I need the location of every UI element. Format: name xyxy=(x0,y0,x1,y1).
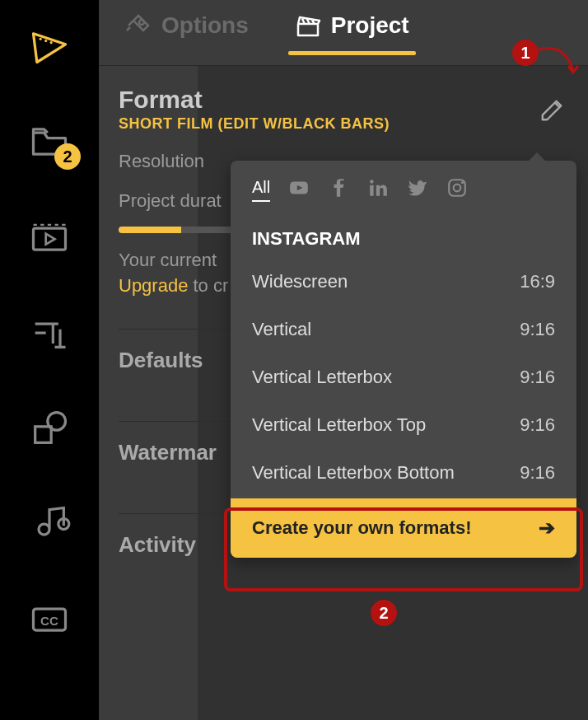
sidebar: 2 CC xyxy=(0,0,99,720)
format-name: Widescreen xyxy=(252,271,348,292)
svg-point-1 xyxy=(44,40,47,42)
format-name: Vertical Letterbox Top xyxy=(252,414,426,436)
svg-point-14 xyxy=(454,185,461,192)
shapes-icon xyxy=(28,407,71,450)
svg-point-12 xyxy=(370,180,373,183)
pencil-icon xyxy=(539,98,564,123)
nav-folder[interactable]: 2 xyxy=(25,117,74,166)
format-name: Vertical xyxy=(252,319,311,340)
format-title: Format xyxy=(119,86,390,114)
create-format-button[interactable]: Create your own formats! ➔ xyxy=(231,498,576,558)
info-prefix: Your current xyxy=(119,250,217,270)
svg-point-15 xyxy=(461,181,464,184)
logo-icon xyxy=(28,25,71,68)
upgrade-link[interactable]: Upgrade xyxy=(119,275,188,296)
youtube-icon xyxy=(288,177,310,199)
info-suffix: to cr xyxy=(188,275,228,296)
format-popover: All INSTAGRAM Widescreen16:9 Vertical9:1… xyxy=(231,161,576,558)
filter-twitter[interactable] xyxy=(407,177,428,202)
tab-options[interactable]: Options xyxy=(119,12,255,54)
captions-icon: CC xyxy=(28,598,71,641)
media-icon xyxy=(28,216,71,259)
instagram-icon xyxy=(446,177,468,199)
wrench-icon xyxy=(125,12,152,39)
callout-arrow-icon xyxy=(532,41,581,91)
nav-shapes[interactable] xyxy=(25,404,74,453)
format-ratio: 9:16 xyxy=(520,462,555,484)
create-format-label: Create your own formats! xyxy=(252,517,472,539)
filter-tabs: All xyxy=(231,177,576,215)
svg-point-0 xyxy=(40,38,42,40)
tab-project-label: Project xyxy=(331,12,409,39)
linkedin-icon xyxy=(367,177,389,199)
tab-options-label: Options xyxy=(161,12,249,39)
format-item[interactable]: Vertical Letterbox Bottom9:16 xyxy=(231,449,576,497)
svg-point-9 xyxy=(139,20,144,25)
format-name: Vertical Letterbox xyxy=(252,367,392,388)
twitter-icon xyxy=(407,177,428,199)
nav-music[interactable] xyxy=(25,499,74,549)
svg-rect-6 xyxy=(35,427,51,443)
format-ratio: 9:16 xyxy=(520,367,555,388)
folder-badge: 2 xyxy=(54,143,81,170)
format-subtitle: SHORT FILM (EDIT W/BLACK BARS) xyxy=(119,115,390,133)
format-item[interactable]: Widescreen16:9 xyxy=(231,258,576,306)
filter-all[interactable]: All xyxy=(252,178,270,202)
filter-instagram[interactable] xyxy=(446,177,468,202)
duration-progress-fill xyxy=(119,227,181,233)
arrow-right-icon: ➔ xyxy=(539,517,555,540)
format-item[interactable]: Vertical Letterbox Top9:16 xyxy=(231,401,576,449)
nav-captions[interactable]: CC xyxy=(25,595,74,644)
svg-text:CC: CC xyxy=(40,614,58,628)
text-settings-icon xyxy=(28,311,71,354)
format-ratio: 9:16 xyxy=(520,414,555,436)
tab-project[interactable]: Project xyxy=(288,12,416,54)
facebook-icon xyxy=(328,177,349,199)
edit-format-button[interactable] xyxy=(535,94,568,127)
nav-media[interactable] xyxy=(25,213,74,262)
svg-rect-11 xyxy=(370,185,373,196)
filter-facebook[interactable] xyxy=(328,177,349,202)
clapperboard-icon xyxy=(295,12,321,39)
svg-point-2 xyxy=(50,41,53,44)
filter-linkedin[interactable] xyxy=(367,177,389,202)
callout-marker-2: 2 xyxy=(371,600,397,626)
popover-section-title: INSTAGRAM xyxy=(231,215,576,258)
nav-logo[interactable] xyxy=(25,21,74,71)
format-item[interactable]: Vertical Letterbox9:16 xyxy=(231,353,576,401)
format-ratio: 9:16 xyxy=(520,319,555,340)
format-item[interactable]: Vertical9:16 xyxy=(231,306,576,353)
nav-text[interactable] xyxy=(25,308,74,358)
format-name: Vertical Letterbox Bottom xyxy=(252,462,455,484)
format-ratio: 16:9 xyxy=(520,271,555,292)
music-icon xyxy=(28,503,71,545)
filter-youtube[interactable] xyxy=(288,177,310,202)
svg-rect-3 xyxy=(34,228,66,250)
